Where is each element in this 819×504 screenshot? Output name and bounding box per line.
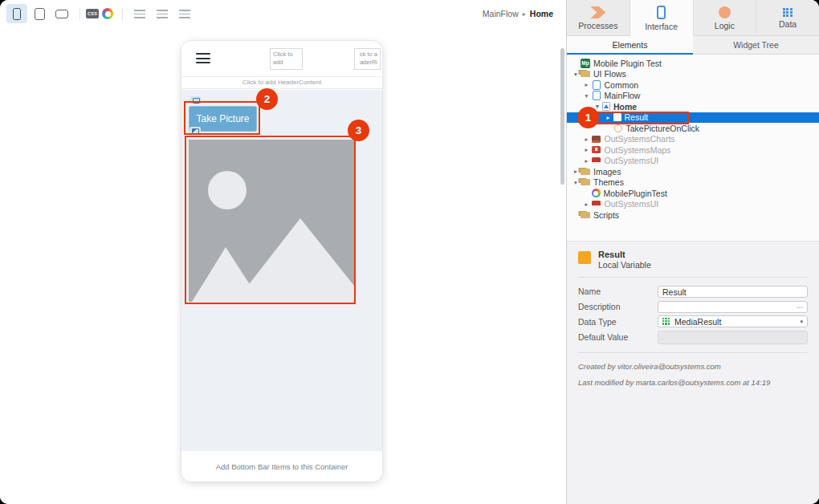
tree-item-outsystemscharts[interactable]: ▸OutSystemsCharts	[567, 134, 819, 145]
chevron-right-icon[interactable]: ▸	[604, 114, 613, 121]
tree-item-scripts[interactable]: Scripts	[567, 209, 819, 221]
canvas-area: CSS MainFlow ▸ Home Click to add	[0, 0, 566, 504]
image-placeholder[interactable]	[189, 140, 354, 302]
tree-item-takepictureonclick[interactable]: TakePictureOnClick	[567, 123, 819, 134]
datatype-select[interactable]: MediaResult ▾	[658, 315, 808, 327]
tree-item-label: Common	[605, 80, 639, 90]
interface-icon	[657, 6, 666, 19]
theme-icon	[592, 189, 601, 197]
phone-header: Click to add ck to a aderRi	[181, 41, 382, 77]
align-left-icon[interactable]	[134, 10, 145, 18]
header-content-placeholder[interactable]: Click to add HeaderContent	[181, 77, 382, 89]
image-placeholder-graphic	[189, 140, 354, 302]
description-expand-button[interactable]: ...	[797, 300, 803, 311]
tree-item-themes[interactable]: ▾Themes	[567, 177, 819, 189]
description-field[interactable]	[658, 301, 808, 313]
chevron-right-icon[interactable]: ▸	[571, 168, 581, 175]
tree-item-common[interactable]: ▸Common	[567, 79, 819, 91]
align-right-icon[interactable]	[179, 10, 190, 18]
tree-item-result[interactable]: ▸Result1	[567, 112, 819, 124]
tab-logic[interactable]: Logic	[694, 0, 757, 36]
css-editor-button[interactable]: CSS	[86, 9, 99, 18]
tree-item-mobile-plugin-test[interactable]: MpMobile Plugin Test	[567, 58, 819, 69]
canvas-vertical-scrollbar[interactable]	[560, 48, 564, 185]
tree-item-images[interactable]: ▸Images	[567, 166, 819, 177]
name-label: Name	[578, 287, 658, 296]
title-placeholder-line: add	[273, 59, 299, 67]
chevron-right-icon[interactable]: ▸	[582, 136, 592, 143]
breadcrumb-current[interactable]: Home	[530, 9, 553, 18]
toolbar-divider	[122, 7, 123, 20]
structure-type-icon	[662, 318, 670, 325]
properties-panel: Result Local Variable Name Description .…	[567, 241, 819, 504]
chevron-right-icon[interactable]: ▸	[582, 81, 592, 88]
screen-icon	[602, 102, 610, 111]
tree-item-home[interactable]: ▾Home	[567, 101, 819, 112]
bottom-bar-placeholder[interactable]: Add Bottom Bar Items to this Container	[181, 451, 382, 482]
tab-label: Processes	[578, 21, 617, 30]
tab-data[interactable]: Data	[756, 0, 819, 36]
folder-icon	[581, 167, 590, 177]
phone-view-button[interactable]	[6, 4, 27, 23]
chevron-right-icon[interactable]: ▸	[582, 146, 592, 153]
maps-icon	[592, 145, 601, 155]
name-field[interactable]	[658, 286, 808, 298]
chevron-down-icon[interactable]: ▾	[571, 179, 581, 186]
local-variable-icon	[578, 251, 591, 264]
tree-item-outsystemsui[interactable]: ▸OutSystemsUI	[567, 156, 819, 167]
toolbar-divider	[79, 7, 80, 20]
breadcrumb-parent[interactable]: MainFlow	[483, 9, 519, 18]
sub-tabs: Elements Widget Tree	[567, 36, 819, 55]
landscape-icon	[55, 10, 68, 18]
main-tabs: Processes Interface Logic Data	[567, 0, 819, 36]
chevron-right-icon[interactable]: ▸	[582, 157, 592, 165]
phone-icon	[13, 8, 21, 20]
description-label: Description	[578, 302, 658, 311]
tab-label: Interface	[645, 22, 678, 31]
tree-item-label: MobilePluginTest	[604, 189, 667, 198]
charts-icon	[592, 134, 601, 144]
right-panel: Processes Interface Logic Data Elements …	[566, 0, 819, 504]
title-placeholder[interactable]: Click to add	[270, 48, 303, 70]
service-studio-window: CSS MainFlow ▸ Home Click to add	[0, 0, 819, 504]
tree-item-label: Home	[613, 102, 637, 112]
divider	[578, 352, 808, 353]
tree-item-outsystemsui[interactable]: ▸OutSystemsUI	[567, 199, 819, 210]
tree-item-mainflow[interactable]: ▾MainFlow	[567, 91, 819, 102]
tree-item-outsystemsmaps[interactable]: ▸OutSystemsMaps	[567, 144, 819, 156]
metadata: Created by vitor.oliveira@outsystems.com…	[578, 362, 808, 387]
subtab-widget-tree[interactable]: Widget Tree	[693, 36, 819, 55]
tab-processes[interactable]: Processes	[567, 0, 630, 36]
tree-item-label: TakePictureOnClick	[626, 124, 700, 133]
folder-icon	[581, 177, 590, 187]
tree-item-ui-flows[interactable]: ▾UI Flows	[567, 69, 819, 80]
subtab-elements[interactable]: Elements	[567, 36, 693, 55]
landscape-view-button[interactable]	[51, 4, 72, 23]
datatype-label: Data Type	[578, 317, 658, 327]
tree-item-label: Images	[593, 167, 621, 177]
tree-item-label: MainFlow	[605, 91, 641, 100]
tree-item-label: Themes	[593, 177, 624, 187]
tree-item-label: Mobile Plugin Test	[593, 59, 662, 68]
flow-icon	[592, 80, 601, 90]
image-widget-badge-icon	[189, 127, 201, 136]
data-grid-icon	[783, 8, 793, 17]
tree-item-label: OutSystemsCharts	[605, 134, 675, 144]
title-placeholder-line: Click to	[273, 51, 299, 59]
align-center-icon[interactable]	[157, 10, 168, 18]
tree-item-label: UI Flows	[593, 69, 626, 79]
tablet-view-button[interactable]	[29, 4, 50, 23]
header-right-placeholder[interactable]: ck to a aderRi	[354, 48, 381, 70]
variable-icon	[613, 113, 621, 121]
datatype-value: MediaResult	[674, 317, 721, 327]
chevron-down-icon[interactable]: ▾	[571, 71, 581, 78]
tab-interface[interactable]: Interface	[630, 0, 694, 36]
process-icon	[590, 6, 605, 18]
tablet-icon	[35, 8, 45, 20]
styles-theme-icon[interactable]	[102, 8, 113, 19]
menu-icon[interactable]	[196, 53, 210, 67]
chevron-down-icon[interactable]: ▾	[582, 92, 592, 100]
chevron-right-icon[interactable]: ▸	[582, 201, 592, 208]
tree-item-mobileplugintest[interactable]: MobilePluginTest	[567, 188, 819, 199]
app-icon: Mp	[581, 59, 590, 68]
